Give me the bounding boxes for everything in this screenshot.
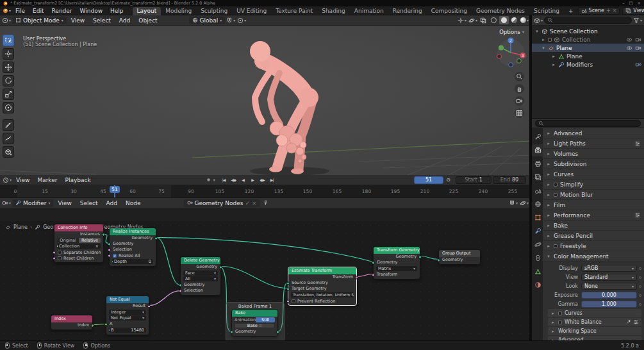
bake-button[interactable]: Bake ≡ [235, 323, 275, 328]
socket-realize-all-in[interactable] [108, 254, 111, 257]
geometry-nodes-modifier-icon[interactable] [635, 62, 641, 68]
node-menu-node[interactable]: Node [122, 200, 145, 206]
new-scene-icon[interactable]: + [606, 8, 611, 13]
panel-light-paths[interactable]: ▸Light Paths [543, 138, 644, 148]
tab-rendering[interactable]: Rendering [388, 7, 427, 15]
tool-rotate[interactable] [3, 75, 14, 87]
fake-user-icon[interactable]: ✓ [245, 200, 250, 206]
tool-measure[interactable] [3, 133, 14, 144]
tab-sculpting[interactable]: Sculpting [196, 7, 232, 15]
node-tree-selector[interactable]: Geometry Nodes ✓ × [184, 199, 260, 207]
use-curves-checkbox[interactable] [558, 312, 562, 315]
panel-freestyle[interactable]: ▸Freestyle [543, 241, 644, 251]
blender-menu-button[interactable]: ▾ [2, 6, 12, 15]
gamma-slider[interactable]: 1.000 [581, 301, 637, 308]
node-header[interactable]: Realize Instances [110, 228, 156, 235]
compare-op-dropdown[interactable]: Not Equal▾ [109, 315, 146, 321]
socket-transform-in[interactable] [372, 273, 375, 276]
current-frame-field[interactable]: 51 [414, 176, 443, 184]
frame-end-field[interactable]: End80 [493, 176, 526, 184]
panel-film[interactable]: ▸Film [543, 200, 644, 210]
minimize-button[interactable]: – [622, 1, 624, 6]
socket-b-in[interactable] [109, 329, 110, 332]
socket-a-in[interactable] [104, 322, 108, 326]
look-dropdown[interactable]: None▾ [581, 283, 637, 290]
outliner-editor-type-button[interactable]: ▾ [533, 16, 543, 24]
node-header[interactable]: Index [51, 315, 92, 322]
render-camera-icon[interactable] [635, 45, 641, 51]
panel-bake[interactable]: ▸Bake [543, 221, 644, 230]
panel-motion-blur[interactable]: ▸Motion Blur [543, 190, 644, 199]
panel-advanced[interactable]: ▸Advanced [543, 128, 644, 138]
outliner-search-input[interactable] [544, 17, 632, 24]
viewlayer-selector[interactable]: ViewLayer + [622, 7, 644, 15]
show-overlays-button[interactable]: ▾ [468, 16, 478, 24]
menu-file[interactable]: File [12, 8, 29, 14]
timeline-editor-type-button[interactable]: ▾ [2, 176, 12, 184]
shading-solid-button[interactable] [499, 16, 509, 24]
mode-dropdown[interactable]: Object Mode▾ [12, 17, 67, 24]
gizmo-y-neg[interactable] [517, 59, 522, 63]
socket-selection-in[interactable] [179, 289, 182, 292]
node-index[interactable]: Index Index [51, 315, 93, 330]
ortho-toggle-icon[interactable] [515, 108, 524, 118]
socket-geometry-in[interactable] [108, 242, 111, 246]
subpanel-curves[interactable]: ▸Curves [548, 309, 641, 317]
tab-modeling[interactable]: Modeling [161, 7, 196, 15]
collection-info-mode-toggle[interactable]: Original Relative [57, 238, 101, 243]
socket-collection-in[interactable] [57, 245, 58, 248]
node-transform-geometry[interactable]: Transform Geometry Geometry Geometry Mat… [373, 246, 420, 279]
auto-keying-button[interactable] [204, 176, 213, 184]
view-transform-dropdown[interactable]: Standard▾ [581, 274, 637, 281]
shading-material-button[interactable] [509, 16, 519, 24]
exposure-slider[interactable]: 0.000 [581, 292, 637, 299]
panel-volumes[interactable]: ▸Volumes [543, 149, 644, 158]
socket-reset-in[interactable] [53, 256, 56, 260]
socket-selection-in[interactable] [108, 248, 111, 251]
node-header[interactable]: Not Equal [106, 296, 149, 303]
display-device-dropdown[interactable]: sRGB▾ [581, 265, 637, 272]
viewport-menu-object[interactable]: Object [135, 17, 161, 24]
socket-prevent-in[interactable] [286, 299, 290, 303]
play-reverse-button[interactable]: ◀ [238, 176, 248, 184]
node-delete-geometry[interactable]: Delete Geometry Geometry Face▾ All▾ Geom… [180, 256, 221, 296]
tab-animation[interactable]: Animation [350, 7, 388, 15]
socket-geometry-out[interactable] [154, 237, 158, 240]
node-estimate-transform[interactable]: Estimate Transform Transform Source Geom… [288, 267, 357, 306]
unlink-node-tree-icon[interactable]: × [252, 200, 257, 206]
outliner-row-plane-object[interactable]: ▾ Plane [532, 44, 644, 52]
hide-eye-icon[interactable] [626, 45, 632, 51]
hide-eye-icon[interactable] [626, 37, 632, 43]
node-group-output[interactable]: Group Output Geometry [438, 249, 481, 265]
realize-all-checkbox[interactable]: ✓Realize All [110, 253, 156, 258]
decorator-icon[interactable] [639, 285, 641, 288]
close-button[interactable]: × [638, 1, 641, 6]
show-gizmo-button[interactable]: ▾ [457, 16, 467, 24]
socket-instances-out[interactable] [102, 233, 105, 236]
panel-simplify[interactable]: ▸Simplify [543, 179, 644, 189]
socket-separate-in[interactable] [53, 251, 56, 254]
viewport-menu-add[interactable]: Add [115, 17, 134, 24]
socket-geometry-in[interactable] [230, 330, 233, 333]
prev-keyframe-button[interactable]: ◀◆ [229, 176, 238, 184]
panel-curves[interactable]: ▸Curves [543, 169, 644, 179]
collection-exclude-checkbox[interactable] [548, 38, 552, 42]
socket-geometry-out[interactable] [276, 330, 279, 333]
proportional-editing-button[interactable]: ▾ [236, 16, 247, 24]
bake-options-icon[interactable]: ≡ [259, 323, 262, 328]
panel-performance[interactable]: ▸Performance [543, 210, 644, 220]
tool-transform[interactable] [3, 102, 14, 113]
shading-wireframe-button[interactable] [489, 16, 499, 24]
b-value-field[interactable]: B 15480 [109, 328, 146, 333]
node-header[interactable]: Transform Geometry [374, 247, 420, 254]
outliner-row-plane-mesh[interactable]: ▸ Plane [532, 52, 644, 60]
panel-grease-pencil[interactable]: ▸Grease Pencil [543, 231, 644, 240]
pin-node-tree-button[interactable] [261, 199, 270, 207]
delete-mode-dropdown[interactable]: Face▾ [183, 271, 218, 276]
simplify-checkbox[interactable] [554, 183, 557, 187]
node-menu-view[interactable]: View [54, 200, 75, 206]
tab-texture-paint[interactable]: Texture Paint [271, 7, 317, 15]
node-not-equal[interactable]: Not Equal Result Integer▾ Not Equal▾ A B… [106, 296, 149, 335]
node-snap-button[interactable]: ▾ [508, 199, 518, 207]
properties-search-input[interactable] [535, 120, 641, 127]
